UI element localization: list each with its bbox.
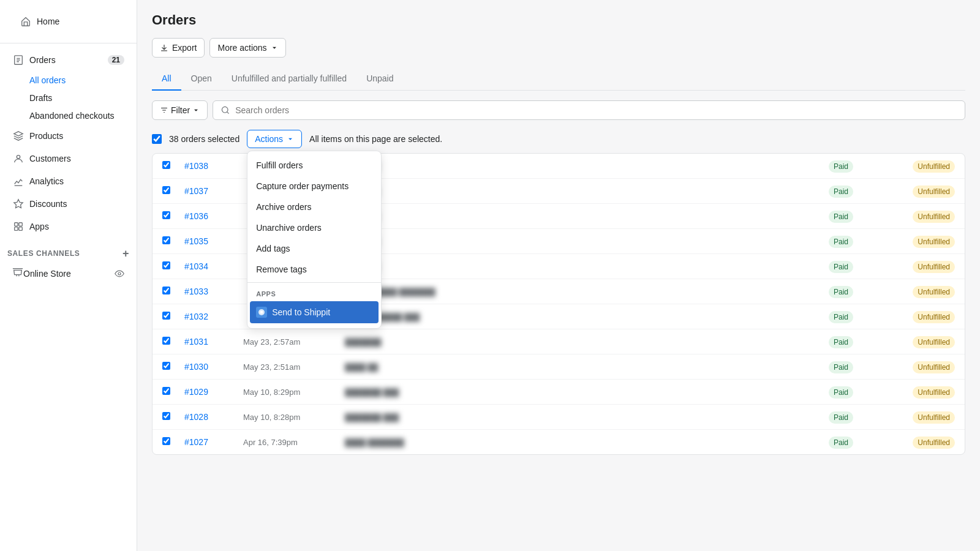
main-content: Orders Export More actions All Open Unfu… <box>137 0 980 551</box>
payment-status: Paid <box>829 337 878 347</box>
select-all-checkbox[interactable] <box>152 134 162 144</box>
customers-icon <box>12 152 24 165</box>
dropdown-fulfill[interactable]: Fulfill orders <box>247 155 381 176</box>
order-id[interactable]: #1038 <box>184 161 233 171</box>
row-checkbox[interactable] <box>162 437 170 445</box>
export-button[interactable]: Export <box>152 38 205 58</box>
sidebar: Home Orders 21 All orders Drafts Abandon… <box>0 0 137 551</box>
sidebar-item-orders[interactable]: Orders 21 <box>5 49 132 71</box>
order-id[interactable]: #1032 <box>184 312 233 321</box>
order-id[interactable]: #1029 <box>184 387 233 397</box>
selected-bar: 38 orders selected Actions Fulfill order… <box>152 130 965 148</box>
sidebar-item-products[interactable]: Products <box>5 125 132 147</box>
dropdown-add-tags[interactable]: Add tags <box>247 238 381 259</box>
search-input[interactable] <box>235 105 957 115</box>
payment-status: Paid <box>829 211 878 221</box>
customer-name: ████ ██ <box>345 262 819 271</box>
svg-rect-2 <box>15 223 18 226</box>
fulfillment-status: Unfulfilled <box>888 437 955 447</box>
sidebar-all-orders[interactable]: All orders <box>5 72 132 89</box>
order-id[interactable]: #1037 <box>184 186 233 196</box>
row-checkbox[interactable] <box>162 387 170 395</box>
customer-name: ████ ██ <box>345 237 819 246</box>
order-id[interactable]: #1028 <box>184 412 233 422</box>
search-icon <box>221 105 230 115</box>
row-checkbox[interactable] <box>162 312 170 320</box>
filter-icon <box>160 106 168 114</box>
filter-chevron-icon <box>192 107 200 114</box>
sidebar-analytics-label: Analytics <box>29 176 64 186</box>
order-id[interactable]: #1034 <box>184 261 233 271</box>
order-id[interactable]: #1033 <box>184 287 233 296</box>
actions-dropdown: Fulfill orders Capture order payments Ar… <box>247 151 382 329</box>
actions-button[interactable]: Actions <box>247 130 302 148</box>
customer-name: ███████ ███ <box>345 388 819 397</box>
more-actions-button[interactable]: More actions <box>209 38 285 58</box>
sidebar-item-analytics[interactable]: Analytics <box>5 170 132 192</box>
sidebar-products-label: Products <box>29 131 63 141</box>
eye-icon[interactable] <box>115 269 124 279</box>
sidebar-discounts-label: Discounts <box>29 199 67 209</box>
order-id[interactable]: #1030 <box>184 362 233 372</box>
row-checkbox[interactable] <box>162 161 170 169</box>
fulfillment-status: Unfulfilled <box>888 312 955 321</box>
actions-wrapper: Actions Fulfill orders Capture order pay… <box>247 130 302 148</box>
fulfillment-status: Unfulfilled <box>888 362 955 372</box>
sidebar-drafts[interactable]: Drafts <box>5 89 132 107</box>
fulfillment-status: Unfulfilled <box>888 186 955 196</box>
row-checkbox-col <box>162 161 175 171</box>
dropdown-remove-tags[interactable]: Remove tags <box>247 259 381 280</box>
dropdown-capture[interactable]: Capture order payments <box>247 176 381 197</box>
order-date: May 23, 2:51am <box>243 362 335 372</box>
table-row: #1028 May 10, 8:28pm ███████ ███ Paid Un… <box>153 405 965 430</box>
fulfillment-status: Unfulfilled <box>888 161 955 171</box>
row-checkbox[interactable] <box>162 362 170 370</box>
sidebar-item-apps[interactable]: Apps <box>5 216 132 238</box>
row-checkbox[interactable] <box>162 337 170 345</box>
order-id[interactable]: #1027 <box>184 437 233 447</box>
order-id[interactable]: #1036 <box>184 211 233 221</box>
sidebar-item-home[interactable]: Home <box>12 10 124 32</box>
svg-point-6 <box>118 272 121 275</box>
analytics-icon <box>12 175 24 187</box>
svg-point-7 <box>222 107 228 113</box>
row-checkbox[interactable] <box>162 186 170 194</box>
table-row: #1031 May 23, 2:57am ███████ Paid Unfulf… <box>153 329 965 354</box>
tab-unpaid[interactable]: Unpaid <box>356 67 403 91</box>
order-id[interactable]: #1035 <box>184 236 233 246</box>
order-id[interactable]: #1031 <box>184 337 233 347</box>
svg-point-1 <box>17 156 20 159</box>
dropdown-archive[interactable]: Archive orders <box>247 197 381 217</box>
search-box[interactable] <box>213 100 965 120</box>
filter-button[interactable]: Filter <box>152 100 208 120</box>
filter-row: Filter <box>152 100 965 120</box>
shippit-icon <box>256 307 267 318</box>
sidebar-online-store[interactable]: Online Store <box>5 262 132 285</box>
sidebar-item-discounts[interactable]: Discounts <box>5 193 132 215</box>
row-checkbox[interactable] <box>162 211 170 219</box>
dropdown-unarchive[interactable]: Unarchive orders <box>247 217 381 238</box>
tab-unfulfilled[interactable]: Unfulfilled and partially fulfilled <box>222 67 356 91</box>
fulfillment-status: Unfulfilled <box>888 211 955 221</box>
table-row: #1029 May 10, 8:29pm ███████ ███ Paid Un… <box>153 380 965 405</box>
export-icon <box>160 43 168 52</box>
row-checkbox[interactable] <box>162 236 170 244</box>
tab-open[interactable]: Open <box>181 67 222 91</box>
row-checkbox[interactable] <box>162 287 170 294</box>
row-checkbox[interactable] <box>162 261 170 269</box>
sidebar-home-label: Home <box>37 17 59 26</box>
customer-name: ████ ██ <box>345 187 819 196</box>
customer-name: ███████ ███ <box>345 413 819 422</box>
customer-name: ████ ██ <box>345 162 819 171</box>
svg-rect-5 <box>19 227 22 230</box>
sidebar-abandoned[interactable]: Abandoned checkouts <box>5 107 132 124</box>
selected-info: All items on this page are selected. <box>309 134 442 144</box>
sidebar-apps-label: Apps <box>29 222 49 231</box>
customer-name: ████ ██ <box>345 362 819 372</box>
sidebar-item-customers[interactable]: Customers <box>5 148 132 170</box>
dropdown-send-shippit[interactable]: Send to Shippit <box>250 301 379 323</box>
add-sales-channel-btn[interactable]: + <box>123 248 129 259</box>
row-checkbox[interactable] <box>162 412 170 420</box>
tab-all[interactable]: All <box>152 67 181 91</box>
page-title: Orders <box>152 12 965 28</box>
